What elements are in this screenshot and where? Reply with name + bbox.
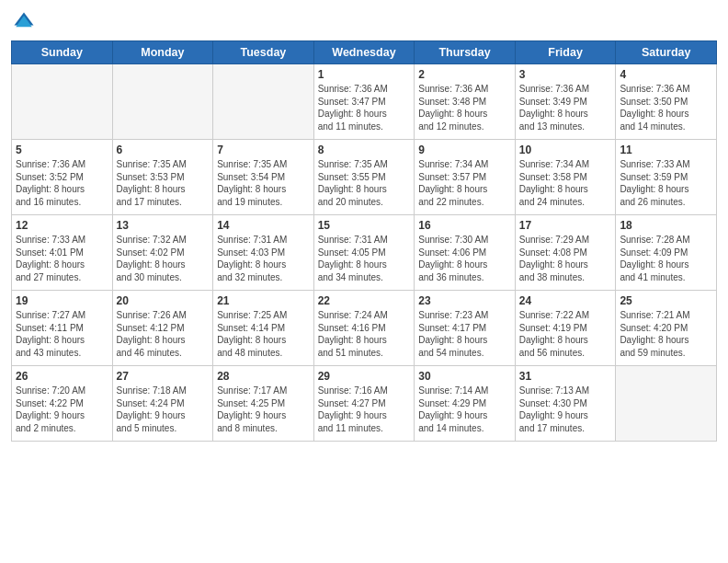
day-info: Sunrise: 7:23 AM Sunset: 4:17 PM Dayligh…: [418, 309, 511, 359]
day-info: Sunrise: 7:34 AM Sunset: 3:58 PM Dayligh…: [519, 158, 612, 208]
day-number: 28: [217, 370, 310, 383]
day-number: 30: [418, 370, 511, 383]
day-number: 6: [117, 144, 210, 156]
week-row-1: 5Sunrise: 7:36 AM Sunset: 3:52 PM Daylig…: [12, 140, 717, 215]
weekday-header-friday: Friday: [515, 41, 616, 64]
calendar-cell: 7Sunrise: 7:35 AM Sunset: 3:54 PM Daylig…: [213, 140, 314, 215]
day-number: 24: [519, 294, 612, 307]
day-number: 12: [16, 219, 108, 232]
day-number: 2: [418, 68, 511, 81]
calendar-cell: 6Sunrise: 7:35 AM Sunset: 3:53 PM Daylig…: [112, 140, 213, 215]
day-info: Sunrise: 7:35 AM Sunset: 3:54 PM Dayligh…: [217, 158, 310, 208]
calendar-cell: 12Sunrise: 7:33 AM Sunset: 4:01 PM Dayli…: [12, 215, 113, 291]
calendar-cell: 9Sunrise: 7:34 AM Sunset: 3:57 PM Daylig…: [415, 140, 516, 215]
day-info: Sunrise: 7:33 AM Sunset: 3:59 PM Dayligh…: [620, 158, 712, 208]
calendar-cell: 20Sunrise: 7:26 AM Sunset: 4:12 PM Dayli…: [112, 291, 213, 366]
calendar-cell: 21Sunrise: 7:25 AM Sunset: 4:14 PM Dayli…: [213, 291, 314, 366]
day-number: 10: [519, 144, 612, 156]
calendar-cell: 25Sunrise: 7:21 AM Sunset: 4:20 PM Dayli…: [616, 291, 717, 366]
calendar-cell: 24Sunrise: 7:22 AM Sunset: 4:19 PM Dayli…: [515, 291, 616, 366]
day-number: 5: [16, 144, 108, 156]
calendar-table: SundayMondayTuesdayWednesdayThursdayFrid…: [11, 40, 717, 442]
day-info: Sunrise: 7:16 AM Sunset: 4:27 PM Dayligh…: [318, 385, 411, 434]
day-number: 20: [117, 294, 210, 307]
calendar-cell: [616, 366, 717, 442]
day-info: Sunrise: 7:14 AM Sunset: 4:29 PM Dayligh…: [418, 385, 511, 434]
calendar-cell: [112, 64, 213, 140]
weekday-header-row: SundayMondayTuesdayWednesdayThursdayFrid…: [12, 41, 717, 64]
day-info: Sunrise: 7:33 AM Sunset: 4:01 PM Dayligh…: [16, 234, 108, 283]
calendar-cell: 23Sunrise: 7:23 AM Sunset: 4:17 PM Dayli…: [415, 291, 516, 366]
day-number: 15: [318, 219, 411, 232]
day-info: Sunrise: 7:25 AM Sunset: 4:14 PM Dayligh…: [217, 309, 310, 359]
day-info: Sunrise: 7:35 AM Sunset: 3:53 PM Dayligh…: [117, 158, 210, 208]
day-info: Sunrise: 7:13 AM Sunset: 4:30 PM Dayligh…: [519, 385, 612, 434]
week-row-0: 1Sunrise: 7:36 AM Sunset: 3:47 PM Daylig…: [12, 64, 717, 140]
day-number: 21: [217, 294, 310, 307]
day-number: 29: [318, 370, 411, 383]
day-info: Sunrise: 7:32 AM Sunset: 4:02 PM Dayligh…: [117, 234, 210, 283]
day-info: Sunrise: 7:31 AM Sunset: 4:05 PM Dayligh…: [318, 234, 411, 283]
week-row-2: 12Sunrise: 7:33 AM Sunset: 4:01 PM Dayli…: [12, 215, 717, 291]
calendar-cell: 11Sunrise: 7:33 AM Sunset: 3:59 PM Dayli…: [616, 140, 717, 215]
weekday-header-saturday: Saturday: [616, 41, 717, 64]
calendar-cell: 19Sunrise: 7:27 AM Sunset: 4:11 PM Dayli…: [12, 291, 113, 366]
weekday-header-thursday: Thursday: [415, 41, 516, 64]
day-info: Sunrise: 7:20 AM Sunset: 4:22 PM Dayligh…: [16, 385, 108, 434]
logo: [11, 9, 39, 35]
day-number: 14: [217, 219, 310, 232]
calendar-cell: 30Sunrise: 7:14 AM Sunset: 4:29 PM Dayli…: [415, 366, 516, 442]
week-row-3: 19Sunrise: 7:27 AM Sunset: 4:11 PM Dayli…: [12, 291, 717, 366]
calendar-cell: 5Sunrise: 7:36 AM Sunset: 3:52 PM Daylig…: [12, 140, 113, 215]
day-number: 11: [620, 144, 712, 156]
day-info: Sunrise: 7:17 AM Sunset: 4:25 PM Dayligh…: [217, 385, 310, 434]
day-info: Sunrise: 7:24 AM Sunset: 4:16 PM Dayligh…: [318, 309, 411, 359]
weekday-header-sunday: Sunday: [12, 41, 113, 64]
day-info: Sunrise: 7:26 AM Sunset: 4:12 PM Dayligh…: [117, 309, 210, 359]
calendar-cell: 1Sunrise: 7:36 AM Sunset: 3:47 PM Daylig…: [313, 64, 415, 140]
day-info: Sunrise: 7:18 AM Sunset: 4:24 PM Dayligh…: [117, 385, 210, 434]
day-number: 1: [318, 68, 411, 81]
calendar-cell: 26Sunrise: 7:20 AM Sunset: 4:22 PM Dayli…: [12, 366, 113, 442]
day-info: Sunrise: 7:36 AM Sunset: 3:47 PM Dayligh…: [318, 83, 411, 132]
day-info: Sunrise: 7:22 AM Sunset: 4:19 PM Dayligh…: [519, 309, 612, 359]
day-number: 8: [318, 144, 411, 156]
calendar-cell: 18Sunrise: 7:28 AM Sunset: 4:09 PM Dayli…: [616, 215, 717, 291]
day-number: 27: [117, 370, 210, 383]
header: [11, 9, 717, 35]
calendar-cell: 28Sunrise: 7:17 AM Sunset: 4:25 PM Dayli…: [213, 366, 314, 442]
day-number: 18: [620, 219, 712, 232]
calendar-cell: 15Sunrise: 7:31 AM Sunset: 4:05 PM Dayli…: [313, 215, 415, 291]
page-container: SundayMondayTuesdayWednesdayThursdayFrid…: [0, 0, 728, 449]
day-number: 7: [217, 144, 310, 156]
day-info: Sunrise: 7:36 AM Sunset: 3:52 PM Dayligh…: [16, 158, 108, 208]
day-number: 19: [16, 294, 108, 307]
day-number: 17: [519, 219, 612, 232]
day-info: Sunrise: 7:28 AM Sunset: 4:09 PM Dayligh…: [620, 234, 712, 283]
day-info: Sunrise: 7:31 AM Sunset: 4:03 PM Dayligh…: [217, 234, 310, 283]
calendar-cell: 2Sunrise: 7:36 AM Sunset: 3:48 PM Daylig…: [415, 64, 516, 140]
day-info: Sunrise: 7:36 AM Sunset: 3:48 PM Dayligh…: [418, 83, 511, 132]
day-number: 25: [620, 294, 712, 307]
calendar-cell: 14Sunrise: 7:31 AM Sunset: 4:03 PM Dayli…: [213, 215, 314, 291]
calendar-cell: [12, 64, 113, 140]
day-number: 3: [519, 68, 612, 81]
calendar-cell: 31Sunrise: 7:13 AM Sunset: 4:30 PM Dayli…: [515, 366, 616, 442]
day-number: 22: [318, 294, 411, 307]
day-info: Sunrise: 7:27 AM Sunset: 4:11 PM Dayligh…: [16, 309, 108, 359]
day-info: Sunrise: 7:30 AM Sunset: 4:06 PM Dayligh…: [418, 234, 511, 283]
calendar-cell: 22Sunrise: 7:24 AM Sunset: 4:16 PM Dayli…: [313, 291, 415, 366]
calendar-cell: 17Sunrise: 7:29 AM Sunset: 4:08 PM Dayli…: [515, 215, 616, 291]
week-row-4: 26Sunrise: 7:20 AM Sunset: 4:22 PM Dayli…: [12, 366, 717, 442]
calendar-cell: 10Sunrise: 7:34 AM Sunset: 3:58 PM Dayli…: [515, 140, 616, 215]
weekday-header-tuesday: Tuesday: [213, 41, 314, 64]
day-number: 16: [418, 219, 511, 232]
weekday-header-wednesday: Wednesday: [313, 41, 415, 64]
day-number: 13: [117, 219, 210, 232]
day-info: Sunrise: 7:21 AM Sunset: 4:20 PM Dayligh…: [620, 309, 712, 359]
weekday-header-monday: Monday: [112, 41, 213, 64]
calendar-cell: 16Sunrise: 7:30 AM Sunset: 4:06 PM Dayli…: [415, 215, 516, 291]
day-number: 4: [620, 68, 712, 81]
day-number: 31: [519, 370, 612, 383]
calendar-cell: 3Sunrise: 7:36 AM Sunset: 3:49 PM Daylig…: [515, 64, 616, 140]
